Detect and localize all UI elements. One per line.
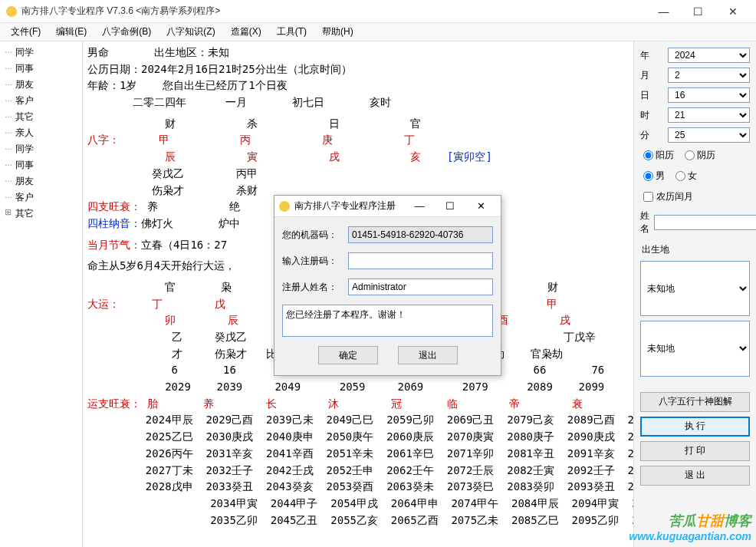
text-line: 2028戊申 2033癸丑 2043癸亥 2053癸酉 2063癸未 2073癸… [87,479,629,496]
name-input[interactable] [654,215,756,230]
text-line: 八字： 甲 丙 庚 丁 [87,132,629,149]
run-button[interactable]: 执 行 [640,417,750,437]
dialog-ok-button[interactable]: 确定 [318,346,378,364]
tree-node[interactable]: 同事 [2,157,81,173]
app-icon [6,6,17,17]
text-line: 癸戊乙 丙甲 [87,166,629,183]
text-line: 2027丁未 2032壬子 2042壬戌 2052壬申 2062壬午 2072壬… [87,463,629,479]
menu-bazi-knowledge[interactable]: 八字知识(Z) [159,23,222,41]
month-select[interactable]: 2 [668,68,750,83]
tree-node[interactable]: 同学 [2,141,81,157]
window-title: 南方排八字专业程序 V7.3.6 <南方易学系列程序> [21,5,646,18]
dialog-message: 您已经注册了本程序。谢谢！ [282,305,493,337]
text-line: 2026丙午 2031辛亥 2041辛酉 2051辛未 2061辛巳 2071辛… [87,446,629,463]
day-select[interactable]: 16 [668,87,750,103]
menu-edit[interactable]: 编辑(E) [48,23,94,41]
birthplace-label: 出生地 [640,240,750,256]
regname-label: 注册人姓名： [282,281,342,294]
tree-node[interactable]: 客户 [2,189,81,206]
tree-node[interactable]: 朋友 [2,173,81,189]
text-line: 公历日期：2024年2月16日21时25分出生（北京时间） [87,61,629,78]
text-line: 辰 寅 戌 亥 [寅卯空] [87,149,629,166]
minute-select[interactable]: 25 [668,127,750,143]
radio-male[interactable]: 男 [643,170,665,183]
machine-code-input [348,226,493,243]
month-label: 月 [640,69,663,82]
text-line: 2034甲寅 2044甲子 2054甲戌 2064甲申 2074甲午 2084甲… [87,496,629,512]
tree-node[interactable]: 同事 [2,61,81,77]
text-line: 2024甲辰 2029己酉 2039己未 2049己巳 2059己卯 2069己… [87,412,629,429]
day-label: 日 [640,89,663,102]
dialog-maximize-button[interactable]: ☐ [435,200,465,212]
print-button[interactable]: 打 印 [640,441,750,461]
regcode-label: 输入注册码： [282,255,342,268]
right-panel: 年2024 月2 日16 时21 分25 阳历 阴历 男 女 农历闰月 姓名 出… [633,41,756,547]
tree-node[interactable]: 朋友 [2,77,81,93]
text-line: 2029 2039 2049 2059 2069 2079 2089 2099 [87,379,629,396]
dialog-title: 南方排八字专业程序注册 [294,199,404,213]
text-line: 2035乙卯 2045乙丑 2055乙亥 2065乙酉 2075乙未 2085乙… [87,512,629,529]
machine-code-label: 您的机器码： [282,229,342,242]
chart-button[interactable]: 八字五行十神图解 [640,392,750,412]
menu-tools[interactable]: 工具(T) [269,23,314,41]
dialog-minimize-button[interactable]: — [404,200,435,212]
sidebar-tree: 同学 同事 朋友 客户 其它 亲人 同学 同事 朋友 客户 其它 [0,41,83,547]
text-line: 财 杀 日 官 [87,116,629,133]
regname-input[interactable] [348,278,493,295]
name-label: 姓名 [640,209,649,236]
radio-lunar[interactable]: 阴历 [685,149,715,162]
tree-node[interactable]: 同学 [2,44,81,61]
text-line: 运支旺衰： 胎 养 长 沐 冠 临 帝 衰 [87,396,629,413]
window-titlebar: 南方排八字专业程序 V7.3.6 <南方易学系列程序> — ☐ ✕ [0,0,756,23]
menu-bazi-cases[interactable]: 八字命例(B) [94,23,159,41]
menu-help[interactable]: 帮助(H) [314,23,361,41]
regcode-input[interactable] [348,252,493,269]
year-label: 年 [640,49,663,62]
exit-button[interactable]: 退 出 [640,466,750,486]
tree-node[interactable]: 客户 [2,93,81,109]
close-button[interactable]: ✕ [715,1,750,22]
dialog-exit-button[interactable]: 退出 [398,346,458,364]
tree-node[interactable]: 亲人 [2,125,81,141]
menubar: 文件(F) 编辑(E) 八字命例(B) 八字知识(Z) 造篇(X) 工具(T) … [0,23,756,41]
text-line: 二零二四年 一月 初七日 亥时 [87,94,629,111]
dialog-icon [279,201,290,212]
tree-node[interactable]: 其它 [2,109,81,125]
year-select[interactable]: 2024 [668,48,750,63]
menu-zaopian[interactable]: 造篇(X) [223,23,269,41]
radio-solar[interactable]: 阳历 [643,149,674,162]
text-line: 男命 出生地区：未知 [87,44,629,61]
tree-node[interactable]: 其它 [2,206,81,222]
text-line: 2025乙巳 2030庚戌 2040庚申 2050庚午 2060庚辰 2070庚… [87,429,629,446]
radio-female[interactable]: 女 [675,170,697,183]
minimize-button[interactable]: — [646,1,681,22]
hour-select[interactable]: 21 [668,107,750,123]
dialog-close-button[interactable]: ✕ [465,200,496,212]
minute-label: 分 [640,129,663,142]
place2-select[interactable]: 未知地 [640,321,750,376]
maximize-button[interactable]: ☐ [681,1,715,22]
text-line: 年龄：1岁 您自出生已经历了1个日夜 [87,77,629,94]
menu-file[interactable]: 文件(F) [3,23,48,41]
hour-label: 时 [640,109,663,122]
register-dialog: 南方排八字专业程序注册 — ☐ ✕ 您的机器码： 输入注册码： 注册人姓名： 您… [274,195,501,376]
place1-select[interactable]: 未知地 [640,261,750,316]
leap-checkbox[interactable]: 农历闰月 [640,189,750,205]
